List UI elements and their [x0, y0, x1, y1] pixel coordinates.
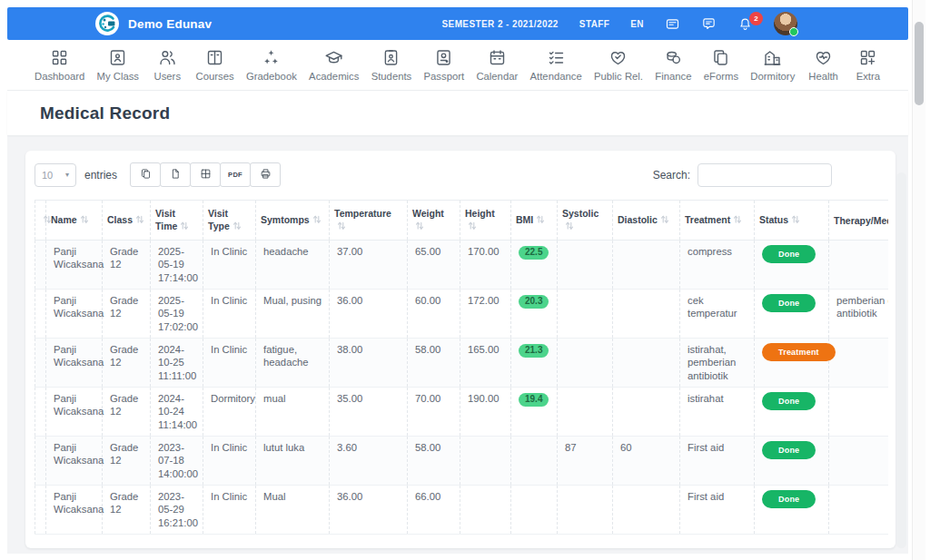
- table-controls: 10 ▾ entries PDF Search:: [25, 151, 895, 195]
- column-header-height[interactable]: Height: [460, 201, 511, 241]
- column-header-diastolic[interactable]: Diastolic: [613, 201, 680, 241]
- cell-detail-control[interactable]: [35, 437, 46, 486]
- nav-item-public-rel[interactable]: Public Rel.: [594, 48, 643, 82]
- sort-icon: [468, 221, 477, 233]
- cell-bmi: [511, 486, 558, 535]
- cell-name: Panji Wicaksana: [46, 486, 103, 535]
- cell-visit-type: In Clinic: [203, 290, 256, 339]
- column-header-bmi[interactable]: BMI: [511, 201, 558, 241]
- column-header-temperature[interactable]: Temperature: [330, 201, 408, 241]
- export-pdf-button[interactable]: PDF: [220, 162, 251, 187]
- status-badge[interactable]: Done: [762, 490, 816, 508]
- cell-name: Panji Wicaksana: [46, 388, 103, 437]
- sort-icon: [312, 214, 322, 227]
- column-header-class[interactable]: Class: [103, 201, 151, 241]
- cell-visit-type: In Clinic: [203, 339, 256, 388]
- column-header-detail[interactable]: [35, 201, 46, 241]
- page-size-select[interactable]: 10 ▾: [35, 163, 76, 187]
- status-badge[interactable]: Done: [762, 392, 816, 410]
- cell-status: Treatment: [755, 339, 829, 388]
- nav-item-label: Health: [808, 71, 838, 82]
- column-header-treatment[interactable]: Treatment: [680, 201, 755, 241]
- nav-item-users[interactable]: Users: [151, 48, 183, 82]
- cell-temperature: 36.00: [330, 290, 408, 339]
- cell-visit-type: In Clinic: [203, 437, 256, 486]
- semester-selector[interactable]: SEMESTER 2 - 2021/2022: [442, 19, 559, 29]
- cell-temperature: 38.00: [330, 339, 408, 388]
- cell-visit-type: In Clinic: [203, 241, 256, 290]
- status-badge[interactable]: Done: [762, 294, 816, 312]
- column-label: Visit Time: [155, 208, 177, 231]
- role-menu[interactable]: STAFF: [579, 19, 609, 29]
- column-label: Diastolic: [618, 214, 658, 225]
- column-header-visit-type[interactable]: Visit Type: [203, 201, 256, 241]
- table-scrollbar-track[interactable]: [896, 172, 906, 548]
- column-header-systolic[interactable]: Systolic: [558, 201, 613, 241]
- nav-item-eforms[interactable]: eForms: [704, 48, 738, 82]
- sort-icon: [232, 221, 242, 233]
- cell-detail-control[interactable]: [35, 339, 46, 388]
- brand[interactable]: Demo Edunav: [95, 12, 212, 35]
- user-avatar[interactable]: [774, 12, 797, 35]
- column-header-weight[interactable]: Weight: [408, 201, 460, 241]
- cell-symptoms: mual: [256, 388, 330, 437]
- table-body: Panji WicaksanaGrade 122025-05-19 17:14:…: [35, 241, 889, 535]
- status-badge[interactable]: Treatment: [762, 343, 836, 361]
- window-scrollbar-thumb[interactable]: [915, 22, 924, 105]
- chevron-down-icon: ▾: [65, 171, 69, 179]
- language-menu[interactable]: EN: [630, 19, 644, 29]
- nav-item-health[interactable]: Health: [807, 48, 840, 82]
- nav-item-my-class[interactable]: My Class: [97, 48, 139, 82]
- column-header-name[interactable]: Name: [46, 201, 103, 241]
- nav-item-extra[interactable]: Extra: [852, 48, 885, 82]
- export-print-button[interactable]: [250, 162, 281, 187]
- column-label: Status: [759, 214, 788, 225]
- cell-status: Done: [755, 437, 829, 486]
- cell-detail-control[interactable]: [35, 486, 46, 535]
- nav-item-passport[interactable]: Passport: [424, 48, 465, 82]
- status-badge[interactable]: Done: [762, 441, 816, 459]
- nav-item-finance[interactable]: Finance: [655, 48, 691, 82]
- cell-detail-control[interactable]: [35, 241, 46, 290]
- column-header-symtomps[interactable]: Symtomps: [256, 201, 330, 241]
- chat-icon[interactable]: [701, 16, 717, 32]
- nav-item-gradebook[interactable]: Gradebook: [246, 48, 297, 82]
- nav-item-academics[interactable]: Academics: [309, 48, 359, 82]
- column-header-visit-time[interactable]: Visit Time: [151, 201, 203, 241]
- nav-item-label: Finance: [655, 71, 691, 82]
- column-header-status[interactable]: Status: [755, 201, 829, 241]
- nav-item-calendar[interactable]: Calendar: [476, 48, 518, 82]
- table-row: Panji WicaksanaGrade 122025-05-19 17:14:…: [35, 241, 889, 290]
- cell-visit-time: 2024-10-25 11:11:00: [151, 339, 203, 388]
- status-badge[interactable]: Done: [762, 245, 816, 263]
- copy-icon: [140, 168, 152, 182]
- notifications-button[interactable]: 2: [737, 16, 753, 32]
- cell-class: Grade 12: [103, 388, 151, 437]
- eforms-icon: [711, 48, 730, 67]
- bmi-badge: 19.4: [519, 393, 549, 408]
- nav-item-label: Academics: [309, 71, 359, 82]
- nav-item-courses[interactable]: Courses: [196, 48, 234, 82]
- cell-detail-control[interactable]: [35, 290, 46, 339]
- export-copy-button[interactable]: [130, 162, 161, 187]
- column-label: BMI: [516, 214, 533, 225]
- cell-class: Grade 12: [103, 241, 151, 290]
- cell-weight: 58.00: [408, 339, 460, 388]
- cell-treatment: cek temperatur: [680, 290, 755, 339]
- nav-item-dormitory[interactable]: Dormitory: [750, 48, 795, 82]
- search-input[interactable]: [698, 163, 832, 187]
- sort-icon: [733, 214, 742, 227]
- export-csv-button[interactable]: [160, 162, 191, 187]
- top-app-bar: Demo Edunav SEMESTER 2 - 2021/2022 STAFF…: [7, 7, 908, 40]
- export-excel-button[interactable]: [190, 162, 221, 187]
- cell-systolic: 87: [558, 437, 613, 486]
- nav-item-attendance[interactable]: Attendance: [530, 48, 582, 82]
- nav-item-label: Users: [154, 71, 182, 82]
- sort-icon: [135, 214, 144, 227]
- cell-detail-control[interactable]: [35, 388, 46, 437]
- nav-item-students[interactable]: Students: [371, 48, 412, 82]
- column-header-therapy-medicine[interactable]: Therapy/Medicine: [829, 201, 889, 241]
- apps-icon[interactable]: [665, 16, 680, 32]
- users-icon: [158, 48, 177, 67]
- nav-item-dashboard[interactable]: Dashboard: [35, 48, 84, 82]
